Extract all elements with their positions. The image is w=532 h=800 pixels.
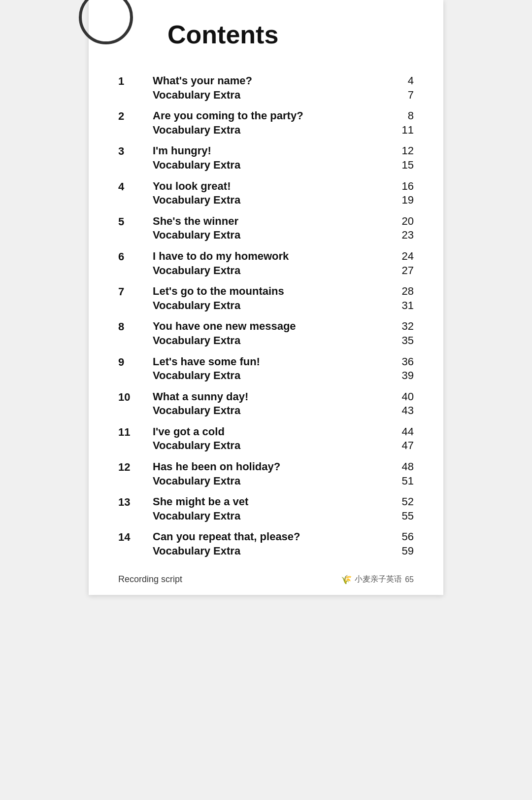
entry-page-main: 32: [384, 319, 414, 334]
entry-number: 1: [118, 74, 153, 88]
entry-page-vocab: 27: [384, 264, 414, 278]
entry-page-vocab: 11: [384, 123, 414, 138]
entry-page-vocab: 15: [384, 158, 414, 173]
entry-vocab-label: Vocabulary Extra: [153, 228, 384, 243]
entry-vocab-label: Vocabulary Extra: [153, 158, 384, 173]
entry-page-main: 16: [384, 179, 414, 194]
entry-main-title: She might be a vet: [153, 495, 384, 509]
entry-page-vocab: 7: [384, 88, 414, 103]
entry-number: 4: [118, 179, 153, 193]
entry-page-vocab: 35: [384, 334, 414, 348]
contents-list: 1What's your name?Vocabulary Extra472Are…: [118, 74, 414, 558]
entry-main-title: I'm hungry!: [153, 144, 384, 158]
entry-main-title: What a sunny day!: [153, 390, 384, 404]
entry-page-main: 8: [384, 109, 414, 123]
entry-page-vocab: 39: [384, 369, 414, 383]
entry-main-title: Are you coming to the party?: [153, 109, 384, 123]
entry-number: 8: [118, 319, 153, 333]
entry-vocab-label: Vocabulary Extra: [153, 193, 384, 208]
entry-page-main: 12: [384, 144, 414, 158]
entry-vocab-label: Vocabulary Extra: [153, 509, 384, 523]
footer-page-number: 65: [405, 575, 414, 584]
footer-branding: 🌾 小麦亲子英语 65: [341, 574, 414, 585]
entry-vocab-label: Vocabulary Extra: [153, 123, 384, 138]
entry-vocab-label: Vocabulary Extra: [153, 439, 384, 453]
list-item: 9Let's have some fun!Vocabulary Extra363…: [118, 355, 414, 383]
list-item: 3I'm hungry!Vocabulary Extra1215: [118, 144, 414, 172]
entry-vocab-label: Vocabulary Extra: [153, 88, 384, 103]
list-item: 13She might be a vetVocabulary Extra5255: [118, 495, 414, 523]
list-item: 1What's your name?Vocabulary Extra47: [118, 74, 414, 102]
footer-brand-name: 小麦亲子英语: [355, 574, 402, 585]
entry-page-vocab: 43: [384, 404, 414, 418]
footer-recording-script: Recording script: [118, 574, 182, 585]
entry-page-vocab: 59: [384, 544, 414, 558]
entry-number: 9: [118, 355, 153, 369]
entry-number: 14: [118, 530, 153, 544]
entry-page-main: 56: [384, 530, 414, 544]
entry-number: 11: [118, 425, 153, 439]
list-item: 4You look great!Vocabulary Extra1619: [118, 179, 414, 208]
entry-page-main: 36: [384, 355, 414, 369]
list-item: 6I have to do my homeworkVocabulary Extr…: [118, 249, 414, 278]
entry-page-main: 48: [384, 460, 414, 474]
entry-page-main: 44: [384, 425, 414, 439]
entry-number: 5: [118, 214, 153, 228]
entry-main-title: You look great!: [153, 179, 384, 194]
entry-vocab-label: Vocabulary Extra: [153, 264, 384, 278]
entry-number: 7: [118, 284, 153, 298]
list-item: 7Let's go to the mountainsVocabulary Ext…: [118, 284, 414, 313]
list-item: 12Has he been on holiday?Vocabulary Extr…: [118, 460, 414, 488]
entry-page-main: 4: [384, 74, 414, 88]
entry-page-main: 28: [384, 284, 414, 299]
entry-number: 2: [118, 109, 153, 123]
entry-page-vocab: 47: [384, 439, 414, 453]
list-item: 14Can you repeat that, please?Vocabulary…: [118, 530, 414, 558]
entry-page-vocab: 55: [384, 509, 414, 523]
entry-main-title: Has he been on holiday?: [153, 460, 384, 474]
entry-main-title: What's your name?: [153, 74, 384, 88]
entry-page-main: 40: [384, 390, 414, 404]
list-item: 8You have one new messageVocabulary Extr…: [118, 319, 414, 348]
entry-vocab-label: Vocabulary Extra: [153, 474, 384, 488]
entry-page-main: 52: [384, 495, 414, 509]
entry-number: 6: [118, 249, 153, 263]
entry-vocab-label: Vocabulary Extra: [153, 369, 384, 383]
entry-number: 10: [118, 390, 153, 404]
logo-icon: 🌾: [341, 574, 352, 585]
entry-main-title: Let's have some fun!: [153, 355, 384, 369]
page: Contents 1What's your name?Vocabulary Ex…: [89, 0, 443, 595]
entry-vocab-label: Vocabulary Extra: [153, 334, 384, 348]
footer: Recording script 🌾 小麦亲子英语 65: [118, 574, 414, 585]
entry-number: 12: [118, 460, 153, 474]
entry-vocab-label: Vocabulary Extra: [153, 544, 384, 558]
list-item: 2Are you coming to the party?Vocabulary …: [118, 109, 414, 137]
list-item: 5She's the winnerVocabulary Extra2023: [118, 214, 414, 243]
entry-vocab-label: Vocabulary Extra: [153, 404, 384, 418]
entry-page-main: 20: [384, 214, 414, 229]
page-title: Contents: [118, 20, 414, 49]
entry-number: 3: [118, 144, 153, 158]
entry-page-vocab: 51: [384, 474, 414, 488]
entry-page-vocab: 19: [384, 193, 414, 208]
entry-page-vocab: 31: [384, 299, 414, 313]
list-item: 10What a sunny day!Vocabulary Extra4043: [118, 390, 414, 418]
entry-main-title: Can you repeat that, please?: [153, 530, 384, 544]
entry-main-title: Let's go to the mountains: [153, 284, 384, 299]
entry-vocab-label: Vocabulary Extra: [153, 299, 384, 313]
entry-number: 13: [118, 495, 153, 509]
entry-main-title: I have to do my homework: [153, 249, 384, 264]
entry-page-vocab: 23: [384, 228, 414, 243]
entry-main-title: She's the winner: [153, 214, 384, 229]
entry-main-title: You have one new message: [153, 319, 384, 334]
entry-page-main: 24: [384, 249, 414, 264]
list-item: 11I've got a coldVocabulary Extra4447: [118, 425, 414, 453]
entry-main-title: I've got a cold: [153, 425, 384, 439]
